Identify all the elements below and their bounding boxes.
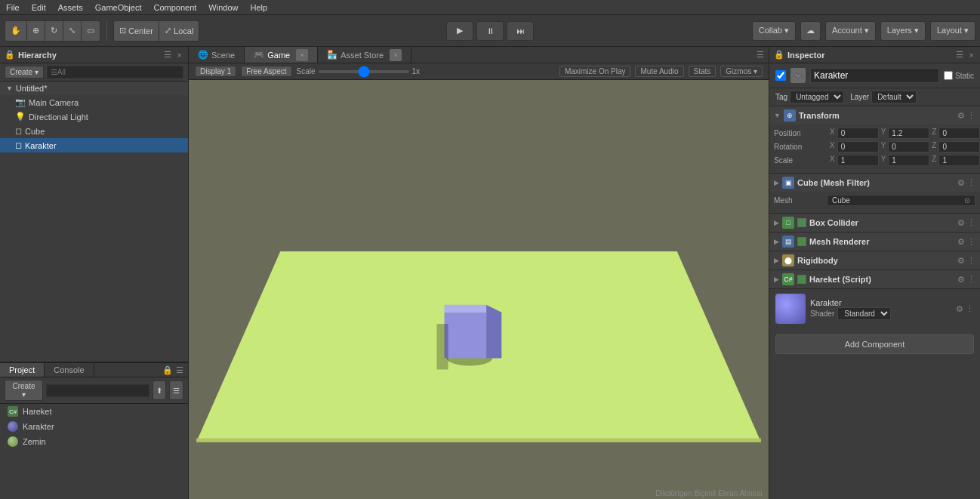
stats-button[interactable]: Stats <box>689 66 717 77</box>
pause-button[interactable]: ⏸ <box>476 21 504 41</box>
cloud-button[interactable]: ☁ <box>800 21 821 41</box>
center-menu-button[interactable]: ☰ <box>755 50 766 60</box>
position-x-input[interactable] <box>837 128 879 139</box>
rotation-z-input[interactable] <box>938 141 980 152</box>
tab-asset-store[interactable]: 🏪 Asset Store × <box>318 47 411 63</box>
static-checkbox[interactable] <box>944 71 953 80</box>
project-lock-button[interactable]: 🔒 <box>161 365 174 375</box>
hierarchy-item-directionallight[interactable]: 💡 Directional Light <box>0 109 188 124</box>
hareket-overflow-button[interactable]: ⋮ <box>967 275 975 285</box>
project-create-button[interactable]: Create ▾ <box>5 380 43 401</box>
project-menu-button[interactable]: ☰ <box>174 365 185 375</box>
step-button[interactable]: ⏭ <box>507 21 534 41</box>
maximize-button[interactable]: Maximize On Play <box>559 66 631 77</box>
scale-z-input[interactable] <box>938 155 980 166</box>
box-collider-settings-button[interactable]: ⚙ <box>957 218 965 228</box>
tab-scene[interactable]: 🌐 Scene <box>189 47 245 63</box>
scale-y-input[interactable] <box>888 155 929 166</box>
box-collider-checkbox[interactable] <box>797 218 806 227</box>
tab-project[interactable]: Project <box>0 363 45 377</box>
hierarchy-item-maincamera[interactable]: 📷 Main Camera <box>0 95 188 109</box>
project-search[interactable] <box>46 384 149 397</box>
scale-slider[interactable] <box>319 70 409 73</box>
project-item-hareket[interactable]: C# Hareket <box>0 404 188 419</box>
tag-dropdown[interactable]: Untagged <box>790 91 844 103</box>
menu-gameobject[interactable]: GameObject <box>89 2 148 14</box>
mesh-renderer-header[interactable]: ▶ ▤ Mesh Renderer ⚙ ⋮ <box>769 233 980 251</box>
box-collider-overflow-button[interactable]: ⋮ <box>967 218 975 228</box>
transform-settings-button[interactable]: ⚙ <box>957 111 965 121</box>
rigidbody-overflow-button[interactable]: ⋮ <box>967 256 975 266</box>
hierarchy-item-cube[interactable]: ◻ Cube <box>0 124 188 138</box>
menu-component[interactable]: Component <box>147 2 202 14</box>
project-filter-button[interactable]: ☰ <box>169 380 183 400</box>
hareket-header[interactable]: ▶ C# Hareket (Script) ⚙ ⋮ <box>769 270 980 288</box>
aspect-button[interactable]: Free Aspect <box>241 66 291 77</box>
rotate-tool-button[interactable]: ↻ <box>45 21 63 41</box>
material-settings-button[interactable]: ⚙ <box>956 304 963 314</box>
scale-x-input[interactable] <box>837 155 879 166</box>
game-tab-close[interactable]: × <box>296 49 308 61</box>
rotation-y-input[interactable] <box>888 141 929 152</box>
move-tool-button[interactable]: ⊕ <box>27 21 45 41</box>
project-item-zemin[interactable]: Zemin <box>0 434 188 449</box>
local-button[interactable]: ⤢ Local <box>159 21 199 41</box>
project-item-karakter[interactable]: Karakter <box>0 419 188 434</box>
position-y-input[interactable] <box>888 128 929 139</box>
menu-file[interactable]: File <box>0 2 26 14</box>
shader-dropdown[interactable]: Standard <box>837 307 891 320</box>
mesh-filter-header[interactable]: ▶ ▣ Cube (Mesh Filter) ⚙ ⋮ <box>769 174 980 192</box>
layout-button[interactable]: Layout ▾ <box>930 21 975 41</box>
project-upload-button[interactable]: ⬆ <box>153 380 166 400</box>
hierarchy-item-karakter[interactable]: ◻ Karakter <box>0 138 188 152</box>
inspector-close-button[interactable]: × <box>968 51 975 60</box>
layer-dropdown[interactable]: Default <box>871 91 917 103</box>
hareket-checkbox[interactable] <box>797 275 806 284</box>
transform-overflow-button[interactable]: ⋮ <box>967 111 975 121</box>
box-collider-header[interactable]: ▶ □ Box Collider ⚙ ⋮ <box>769 214 980 232</box>
asset-store-close[interactable]: × <box>390 49 402 61</box>
layers-button[interactable]: Layers ▾ <box>880 21 926 41</box>
mesh-filter-icon: ▣ <box>782 177 794 189</box>
mute-button[interactable]: Mute Audio <box>635 66 683 77</box>
rigidbody-header[interactable]: ▶ ⬤ Rigidbody ⚙ ⋮ <box>769 251 980 270</box>
inspector-menu-button[interactable]: ☰ <box>954 50 965 60</box>
tab-game[interactable]: 🎮 Game × <box>245 47 318 63</box>
hierarchy-search[interactable] <box>47 66 183 79</box>
rect-tool-button[interactable]: ▭ <box>82 21 100 41</box>
play-button[interactable]: ▶ <box>446 21 473 41</box>
hierarchy-menu-button[interactable]: ☰ <box>162 50 173 60</box>
game-viewport[interactable]: Dikdörtgen Biçimli Ekran Alıntısı <box>189 80 769 499</box>
object-name-input[interactable] <box>810 68 939 83</box>
hareket-settings-button[interactable]: ⚙ <box>957 275 965 285</box>
hierarchy-create-button[interactable]: Create ▾ <box>5 66 44 79</box>
center-button[interactable]: ⊡ Center <box>114 21 159 41</box>
rigidbody-settings-button[interactable]: ⚙ <box>957 256 965 266</box>
mesh-filter-overflow-button[interactable]: ⋮ <box>967 178 975 188</box>
material-overflow-button[interactable]: ⋮ <box>966 304 974 314</box>
display-button[interactable]: Display 1 <box>195 66 236 77</box>
position-z-input[interactable] <box>938 128 980 139</box>
add-component-button[interactable]: Add Component <box>775 334 974 354</box>
mesh-filter-settings-button[interactable]: ⚙ <box>957 178 965 188</box>
collab-button[interactable]: Collab ▾ <box>752 21 796 41</box>
mesh-renderer-icon: ▤ <box>782 236 794 248</box>
account-button[interactable]: Account ▾ <box>825 21 876 41</box>
menu-edit[interactable]: Edit <box>26 2 52 14</box>
menu-window[interactable]: Window <box>202 2 244 14</box>
mesh-renderer-overflow-button[interactable]: ⋮ <box>967 237 975 247</box>
transform-header[interactable]: ▼ ⊕ Transform ⚙ ⋮ <box>769 106 980 125</box>
hierarchy-scene-item[interactable]: ▼ Untitled* <box>0 82 188 95</box>
mesh-renderer-checkbox[interactable] <box>797 237 806 246</box>
menu-assets[interactable]: Assets <box>52 2 89 14</box>
menu-help[interactable]: Help <box>244 2 273 14</box>
gizmos-button[interactable]: Gizmos ▾ <box>720 66 763 77</box>
object-active-checkbox[interactable] <box>775 70 786 81</box>
scale-tool-button[interactable]: ⤡ <box>63 21 82 41</box>
mesh-select-icon[interactable]: ⊙ <box>964 196 970 205</box>
mesh-renderer-settings-button[interactable]: ⚙ <box>957 237 965 247</box>
tab-console[interactable]: Console <box>45 363 94 377</box>
rotation-x-input[interactable] <box>837 141 879 152</box>
hierarchy-close-button[interactable]: × <box>176 51 183 60</box>
hand-tool-button[interactable]: ✋ <box>5 21 27 41</box>
